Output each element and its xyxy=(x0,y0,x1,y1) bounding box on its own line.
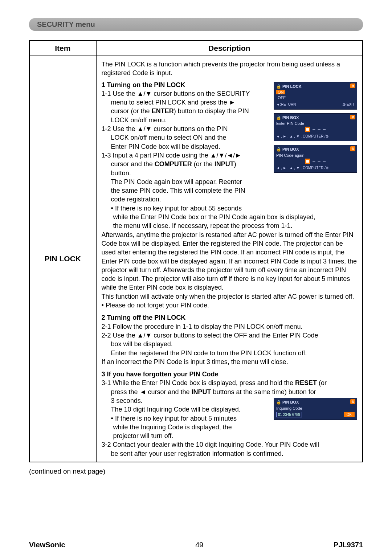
inquiring-code: 01 2345 6789 xyxy=(276,412,302,418)
line: Enter the registered the PIN code to tur… xyxy=(102,349,357,357)
line: If an incorrect the PIN Code is input 3 … xyxy=(102,357,357,366)
osd-title: 🔒 PIN LOCK xyxy=(276,84,355,89)
osd-exit: ,⊗:EXIT xyxy=(342,102,355,107)
line: • If there is no key input for about 55 … xyxy=(102,204,357,213)
close-icon: ⊗ xyxy=(350,146,355,151)
table-header-description: Description xyxy=(96,41,363,56)
osd-title: 🔒 PIN BOX xyxy=(276,147,355,152)
osd-return: ◄:RETURN xyxy=(276,102,296,107)
row-label-pinlock: PIN LOCK xyxy=(29,56,96,462)
line: code registration. xyxy=(102,195,357,204)
osd-on: ON xyxy=(276,90,285,94)
osd-pinlock: ⊗ 🔒 PIN LOCK ON OFF ◄:RETURN ,⊗:EXIT xyxy=(274,82,357,110)
intro-text: The PIN LOCK is a function which prevent… xyxy=(102,60,357,78)
osd-label: Enter PIN Code xyxy=(276,121,355,126)
line: while the Inquiring Code is displayed, t… xyxy=(102,423,357,432)
osd-title: 🔒 PIN BOX xyxy=(276,115,355,120)
osd-pinbox-enter: ⊗ 🔒 PIN BOX Enter PIN Code ■ – – – ◄ , ►… xyxy=(274,113,357,141)
footer-page: 49 xyxy=(195,541,203,549)
ok-button: OK xyxy=(344,412,355,417)
line: be sent after your user registration inf… xyxy=(102,449,357,458)
close-icon: ⊗ xyxy=(350,83,355,89)
line: 3-1 While the Enter PIN Code box is disp… xyxy=(102,379,357,387)
section3-title: 3 If you have forgotten your PIN Code xyxy=(102,370,357,379)
osd-inquiring: ⊗ 🔒 PIN BOX Inquiring Code 01 2345 6789 … xyxy=(274,398,357,420)
close-icon: ⊗ xyxy=(350,115,355,120)
line: 2-2 Use the ▲/▼ cursor buttons to select… xyxy=(102,331,357,340)
line: 2-1 Follow the procedure in 1-1 to displ… xyxy=(102,322,357,331)
footer-model: PJL9371 xyxy=(334,541,363,549)
osd-cmds: ◄ , ► , ▲ , ▼ , COMPUTER /⊗ xyxy=(276,165,355,171)
section2-title: 2 Turning off the PIN LOCK xyxy=(102,313,357,322)
close-icon: ⊗ xyxy=(350,399,355,404)
paragraph: • Please do not forget your PIN code. xyxy=(102,301,357,310)
osd-cmds: ◄ , ► , ▲ , ▼ , COMPUTER /⊗ xyxy=(276,134,355,139)
osd-title: 🔒 PIN BOX xyxy=(276,400,355,405)
page-footer: ViewSonic 49 PJL9371 xyxy=(29,541,363,549)
osd-label: PIN Code again xyxy=(276,153,355,158)
row-description: The PIN LOCK is a function which prevent… xyxy=(96,56,363,462)
line: 3-2 Contact your dealer with the 10 digi… xyxy=(102,440,357,449)
line: The PIN Code again box will appear. Reen… xyxy=(102,177,357,186)
line: while the Enter PIN Code box or the PIN … xyxy=(102,213,357,221)
osd-pinbox-again: ⊗ 🔒 PIN BOX PIN Code again ■ – – – ◄ , ►… xyxy=(274,145,357,173)
paragraph: Afterwards, anytime the projector is res… xyxy=(102,230,357,292)
table-header-item: Item xyxy=(29,41,96,56)
osd-off: OFF xyxy=(276,95,287,100)
paragraph: This function will activate only when th… xyxy=(102,292,357,301)
line: the same PIN code. This will complete th… xyxy=(102,186,357,195)
line: projector will turn off. xyxy=(102,432,357,440)
line: box will be displayed. xyxy=(102,340,357,348)
footer-brand: ViewSonic xyxy=(29,541,65,549)
continued-label: (continued on next page) xyxy=(29,467,363,475)
osd-label: Inquiring Code xyxy=(276,406,355,411)
section-header: SECURITY menu xyxy=(29,18,363,31)
line: press the ◄ cursor and the INPUT buttons… xyxy=(102,388,357,396)
content-table: Item Description PIN LOCK The PIN LOCK i… xyxy=(29,40,363,462)
line: the menu will close. If necessary, repea… xyxy=(102,221,357,230)
